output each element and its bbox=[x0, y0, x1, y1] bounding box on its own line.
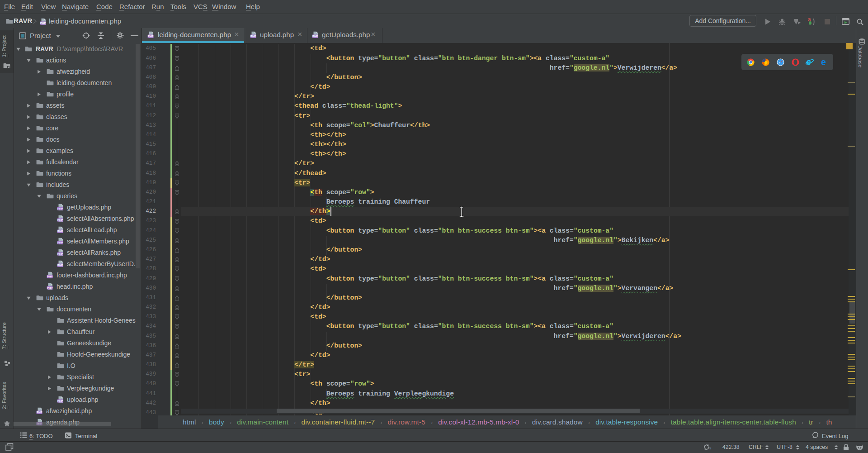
svg-text:?: ? bbox=[709, 447, 711, 451]
svg-text:e: e bbox=[821, 57, 826, 66]
